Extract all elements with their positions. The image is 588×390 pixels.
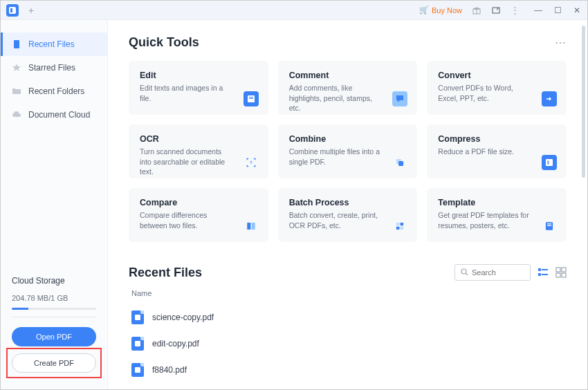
comment-icon <box>392 91 407 106</box>
svg-rect-27 <box>556 268 560 272</box>
svg-rect-12 <box>247 223 250 230</box>
ocr-icon: T <box>244 155 259 170</box>
open-pdf-button[interactable]: Open PDF <box>12 327 96 346</box>
tool-desc: Convert PDFs to Word, Excel, PPT, etc. <box>438 83 555 103</box>
edit-icon <box>244 91 259 106</box>
tool-card-ocr[interactable]: OCR Turn scanned documents into searchab… <box>129 124 268 178</box>
tool-title: Compress <box>438 134 555 144</box>
pdf-file-icon <box>131 337 144 351</box>
svg-rect-16 <box>396 227 399 230</box>
tool-desc: Reduce a PDF file size. <box>438 147 555 157</box>
sidebar-item-label: Recent Folders <box>28 86 84 96</box>
file-row[interactable]: science-copy.pdf <box>129 304 567 331</box>
svg-rect-24 <box>542 269 548 270</box>
sidebar-item-label: Document Cloud <box>28 110 90 120</box>
compare-icon <box>244 219 259 234</box>
close-button[interactable]: ✕ <box>572 6 582 15</box>
cloud-storage-title: Cloud Storage <box>12 276 96 286</box>
scrollbar[interactable] <box>582 26 585 178</box>
tool-title: Template <box>438 198 555 207</box>
sidebar-item-label: Recent Files <box>28 39 75 49</box>
sidebar: Recent Files Starred Files Recent Folder… <box>1 20 108 389</box>
svg-text:T: T <box>250 160 252 165</box>
maximize-button[interactable]: ☐ <box>553 6 562 15</box>
tool-title: Batch Process <box>289 198 407 207</box>
minimize-button[interactable]: — <box>533 6 543 15</box>
combine-icon <box>392 155 407 170</box>
tool-title: Convert <box>438 71 555 80</box>
buy-now-label: Buy Now <box>432 6 462 15</box>
buy-now-link[interactable]: 🛒 Buy Now <box>419 6 462 15</box>
tool-card-edit[interactable]: Edit Edit texts and images in a file. <box>129 61 268 115</box>
tool-title: Edit <box>140 71 257 80</box>
column-header-name: Name <box>129 289 567 297</box>
file-row[interactable]: edit-copy.pdf <box>129 331 567 357</box>
svg-rect-23 <box>538 268 541 271</box>
grid-view-button[interactable] <box>555 267 567 278</box>
tool-desc: Combine multiple files into a single PDF… <box>289 147 407 167</box>
tool-desc: Turn scanned documents into searchable o… <box>140 147 257 177</box>
share-icon[interactable] <box>491 6 501 15</box>
svg-rect-7 <box>249 98 253 99</box>
new-tab-button[interactable]: + <box>26 5 37 16</box>
sidebar-item-starred-files[interactable]: Starred Files <box>1 56 107 80</box>
sidebar-item-recent-files[interactable]: Recent Files <box>1 32 107 56</box>
tool-title: Compare <box>140 198 257 207</box>
folder-icon <box>12 86 21 96</box>
file-row[interactable]: f8840.pdf <box>129 357 567 383</box>
svg-rect-17 <box>401 227 403 230</box>
tool-card-comment[interactable]: Comment Add comments, like highlights, p… <box>278 61 418 115</box>
tool-card-compare[interactable]: Compare Compare differences between two … <box>129 188 268 242</box>
svg-rect-4 <box>14 40 19 48</box>
quick-tools-grid: Edit Edit texts and images in a file. Co… <box>129 61 567 242</box>
svg-rect-25 <box>538 273 541 276</box>
file-icon <box>12 39 21 49</box>
tool-desc: Batch convert, create, print, OCR PDFs, … <box>289 210 407 230</box>
template-icon <box>542 219 557 234</box>
file-name: f8840.pdf <box>152 365 187 375</box>
storage-progress-bar <box>12 308 96 310</box>
content-area: Quick Tools ⋯ Edit Edit texts and images… <box>108 20 587 389</box>
svg-rect-30 <box>562 273 566 277</box>
file-name: science-copy.pdf <box>152 313 214 322</box>
tool-desc: Edit texts and images in a file. <box>140 83 257 103</box>
search-input[interactable] <box>472 268 524 277</box>
tool-desc: Get great PDF templates for resumes, pos… <box>438 210 555 230</box>
titlebar: + 🛒 Buy Now ⋮ — ☐ ✕ <box>1 1 587 20</box>
menu-icon[interactable]: ⋮ <box>511 5 520 15</box>
tool-title: OCR <box>140 134 257 144</box>
list-view-button[interactable] <box>538 267 549 278</box>
more-options-icon[interactable]: ⋯ <box>555 36 567 49</box>
batch-icon <box>392 219 407 234</box>
app-logo-icon <box>6 4 19 17</box>
pdf-file-icon <box>131 310 144 324</box>
tool-card-compress[interactable]: Compress Reduce a PDF file size. <box>427 124 567 178</box>
tool-card-convert[interactable]: Convert Convert PDFs to Word, Excel, PPT… <box>427 61 567 115</box>
svg-rect-20 <box>547 225 551 226</box>
sidebar-item-recent-folders[interactable]: Recent Folders <box>1 80 107 103</box>
tool-card-template[interactable]: Template Get great PDF templates for res… <box>427 188 567 242</box>
sidebar-item-document-cloud[interactable]: Document Cloud <box>1 103 107 127</box>
quick-tools-title: Quick Tools <box>129 35 199 50</box>
recent-files-title: Recent Files <box>129 266 202 280</box>
convert-icon <box>542 91 557 106</box>
cloud-storage-section: Cloud Storage 204.78 MB/1 GB Open PDF Cr… <box>1 266 107 389</box>
gift-icon[interactable] <box>472 6 481 15</box>
svg-rect-15 <box>401 223 403 225</box>
svg-rect-13 <box>251 223 255 230</box>
svg-rect-1 <box>10 8 12 12</box>
svg-rect-10 <box>398 161 403 166</box>
svg-rect-6 <box>249 97 253 98</box>
tool-card-batch-process[interactable]: Batch Process Batch convert, create, pri… <box>278 188 418 242</box>
tool-card-combine[interactable]: Combine Combine multiple files into a si… <box>278 124 418 178</box>
cloud-icon <box>12 110 21 120</box>
svg-rect-26 <box>542 274 548 275</box>
file-name: edit-copy.pdf <box>152 339 199 349</box>
svg-rect-19 <box>547 223 551 224</box>
tool-title: Combine <box>289 134 407 144</box>
tool-title: Comment <box>289 71 407 80</box>
create-pdf-button[interactable]: Create PDF <box>12 353 96 373</box>
svg-line-22 <box>466 273 468 275</box>
compress-icon <box>542 155 557 170</box>
search-input-container[interactable] <box>454 264 531 281</box>
